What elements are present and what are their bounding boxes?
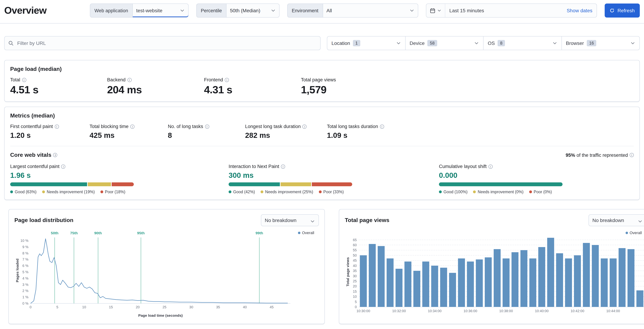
svg-text:35: 35 <box>353 269 357 273</box>
info-icon[interactable] <box>205 124 209 129</box>
url-filter-input[interactable] <box>16 40 317 46</box>
metrics-title: Metrics (median) <box>10 113 634 119</box>
info-icon[interactable] <box>630 153 634 157</box>
breakdown-select[interactable]: No breakdown <box>588 214 644 226</box>
cwv-divider <box>10 146 634 146</box>
svg-text:10: 10 <box>353 295 357 299</box>
core-web-vitals: Largest contentful paint 1.96 s Good (63… <box>10 164 634 194</box>
date-picker: Last 15 minutes Show dates <box>426 3 597 17</box>
svg-text:10:44:00: 10:44:00 <box>606 309 620 313</box>
web-application-group: Web application test-website <box>90 3 188 17</box>
svg-text:7 %: 7 % <box>22 258 28 261</box>
svg-text:5: 5 <box>56 305 58 309</box>
header-divider <box>0 23 644 23</box>
info-icon[interactable] <box>53 153 58 157</box>
svg-text:10:32:00: 10:32:00 <box>392 309 406 313</box>
cls-value: 0.000 <box>439 171 634 180</box>
ux-overview-page: Overview Web application test-website Pe… <box>0 0 644 329</box>
os-filter[interactable]: OS 8 <box>483 36 561 50</box>
svg-text:45: 45 <box>270 305 274 309</box>
time-range-value: Last 15 minutes <box>449 8 484 13</box>
browser-filter[interactable]: Browser 16 <box>561 36 640 50</box>
top-bar: Overview Web application test-website Pe… <box>0 0 644 17</box>
traffic-represented-note: 95% of the traffic represented <box>566 152 634 158</box>
svg-text:10:30:00: 10:30:00 <box>356 309 370 313</box>
environment-label: Environment <box>287 3 323 17</box>
chevron-down-icon <box>437 8 441 13</box>
chevron-down-icon <box>396 41 401 46</box>
environment-value: All <box>326 8 332 13</box>
url-filter-box <box>4 36 320 50</box>
inp-distribution-bar <box>228 182 352 186</box>
page-load-title: Page load (median) <box>10 66 634 72</box>
location-filter[interactable]: Location 1 <box>327 36 405 50</box>
info-icon[interactable] <box>281 164 285 169</box>
info-icon[interactable] <box>488 164 493 169</box>
chevron-down-icon <box>552 41 557 46</box>
svg-text:50: 50 <box>353 253 357 257</box>
inp-legend: Good (42%) Needs improvement (25%) Poor … <box>228 190 439 194</box>
lcp-value: 1.96 s <box>10 171 228 180</box>
longest-long-task-stat: Longest long task duration 282 ms <box>245 124 327 140</box>
lcp-legend: Good (63%) Needs improvement (19%) Poor … <box>10 190 228 194</box>
calendar-icon <box>430 8 435 13</box>
total-value: 4.51 s <box>10 84 107 96</box>
long-tasks-count-stat: No. of long tasks 8 <box>168 124 245 140</box>
charts-row: Page load distribution No breakdown 0 %1… <box>4 209 640 324</box>
breakdown-select[interactable]: No breakdown <box>261 214 319 226</box>
svg-text:40: 40 <box>353 264 357 268</box>
facet-filters: Location 1 Device 58 OS 8 Browser 16 <box>327 36 640 50</box>
total-page-views-title: Total page views <box>345 217 390 223</box>
info-icon[interactable] <box>54 124 59 129</box>
chevron-down-icon <box>630 41 635 46</box>
total-page-views-chart[interactable]: 0510152025303540455055606510:30:0010:32:… <box>345 228 644 319</box>
os-count-badge: 8 <box>498 40 505 46</box>
percentile-select[interactable]: 50th (Median) <box>226 3 280 17</box>
refresh-button[interactable]: Refresh <box>605 3 640 17</box>
backend-value: 204 ms <box>107 84 204 96</box>
svg-text:2 %: 2 % <box>22 289 28 293</box>
needs-improvement-dot <box>42 190 45 193</box>
web-application-select[interactable]: test-website <box>132 3 188 17</box>
svg-text:Page load time (seconds): Page load time (seconds) <box>138 314 182 318</box>
info-icon[interactable] <box>61 164 66 169</box>
device-filter[interactable]: Device 58 <box>405 36 483 50</box>
svg-text:Total page views: Total page views <box>346 257 350 287</box>
total-long-tasks-value: 1.09 s <box>327 131 634 140</box>
svg-text:65: 65 <box>353 238 357 242</box>
needs-improvement-dot <box>260 190 263 193</box>
frontend-value: 4.31 s <box>204 84 301 96</box>
cls-vital: Cumulative layout shift 0.000 Good (100%… <box>439 164 634 194</box>
svg-text:5: 5 <box>355 300 357 304</box>
info-icon[interactable] <box>225 78 229 82</box>
refresh-label: Refresh <box>618 8 635 13</box>
info-icon[interactable] <box>302 124 307 129</box>
toolbar: Web application test-website Percentile … <box>90 3 640 17</box>
page-load-distribution-chart[interactable]: 0 %1 %2 %3 %4 %5 %6 %7 %8 %9 %10 %051015… <box>14 228 319 319</box>
show-dates-link[interactable]: Show dates <box>567 8 592 13</box>
svg-text:30: 30 <box>353 274 357 278</box>
percentile-group: Percentile 50th (Median) <box>196 3 280 17</box>
info-icon[interactable] <box>22 78 26 82</box>
environment-group: Environment All <box>287 3 418 17</box>
web-application-value: test-website <box>136 8 162 13</box>
info-icon[interactable] <box>130 124 134 129</box>
chevron-down-icon <box>409 8 414 13</box>
search-icon <box>8 40 14 46</box>
calendar-dropdown-button[interactable] <box>426 4 445 17</box>
cwv-title: Core web vitals <box>10 152 58 158</box>
svg-text:60: 60 <box>353 243 357 247</box>
svg-text:75th: 75th <box>70 231 78 235</box>
svg-text:20: 20 <box>353 284 357 288</box>
svg-text:15: 15 <box>109 305 113 309</box>
device-count-badge: 58 <box>428 40 437 46</box>
svg-text:10:34:00: 10:34:00 <box>428 309 442 313</box>
info-icon[interactable] <box>380 124 384 129</box>
svg-text:Overall: Overall <box>302 231 314 235</box>
svg-text:0 %: 0 % <box>22 302 28 305</box>
environment-select[interactable]: All <box>322 3 418 17</box>
info-icon[interactable] <box>127 78 132 82</box>
time-range-display[interactable]: Last 15 minutes Show dates <box>445 8 596 13</box>
long-tasks-count-value: 8 <box>168 131 245 140</box>
svg-text:95th: 95th <box>137 231 145 235</box>
